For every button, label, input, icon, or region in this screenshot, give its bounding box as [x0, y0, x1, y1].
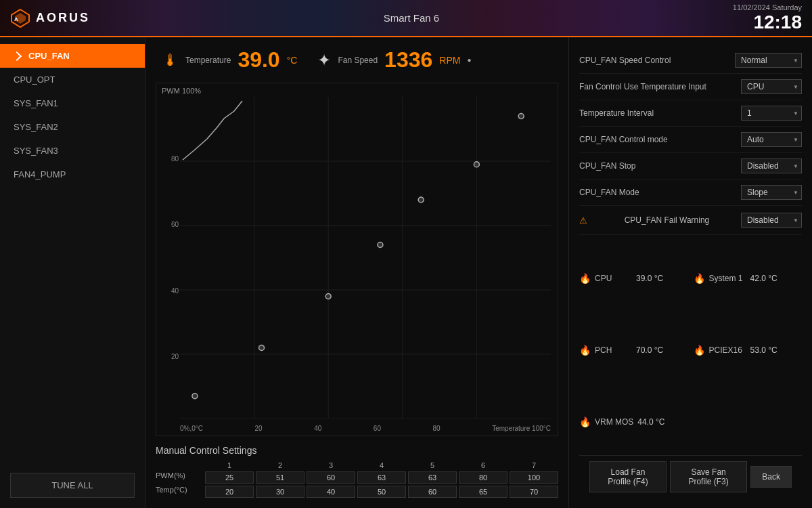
temp-input-4[interactable]: [357, 486, 406, 498]
pciex16-reading-value: 53.0 °C: [750, 345, 777, 355]
x-label-80: 80: [433, 425, 441, 432]
curve-point-6[interactable]: [474, 162, 479, 167]
temperature-section: 🌡 Temperature 39.0 °C: [162, 47, 297, 72]
temp-input-1[interactable]: [205, 486, 254, 498]
temp-input-2[interactable]: [256, 486, 304, 498]
temp-interval-select[interactable]: 123: [741, 106, 802, 121]
pwm-input-6[interactable]: [459, 471, 508, 484]
fail-warning-select-wrapper[interactable]: DisabledEnabled: [741, 213, 802, 228]
pwm-input-7[interactable]: [510, 471, 558, 484]
y-label-60: 60: [160, 221, 179, 228]
fan-curve-chart[interactable]: PWM 100% 80 60 40 20: [156, 83, 558, 436]
chart-y-labels: 80 60 40 20: [160, 97, 179, 419]
sidebar-item-cpu-fan[interactable]: CPU_FAN: [0, 44, 145, 68]
x-label-100: Temperature 100°C: [492, 425, 551, 432]
fan-mode-row: CPU_FAN Mode SlopeStaircase: [579, 179, 802, 206]
sidebar-item-fan4-pump[interactable]: FAN4_PUMP: [0, 163, 145, 186]
control-mode-row: CPU_FAN Control mode AutoManual: [579, 127, 802, 153]
header-title: Smart Fan 6: [384, 12, 440, 24]
curve-point-3[interactable]: [325, 294, 331, 299]
fan-speed-label: Fan Speed: [338, 56, 378, 65]
manual-control: Manual Control Settings 1 2 3 4 5 6 7 PW…: [156, 442, 558, 501]
speed-control-select[interactable]: NormalSilentPerformanceFull Speed: [735, 53, 802, 68]
pch-reading-value: 70.0 °C: [636, 345, 663, 355]
temp-input-3[interactable]: [307, 486, 355, 498]
fan-icon: ✦: [317, 51, 331, 70]
pwm-input-1[interactable]: [205, 471, 254, 484]
pch-temp-reading: 🔥 PCH 70.0 °C: [579, 317, 688, 383]
y-label-20: 20: [160, 353, 179, 360]
manual-header-empty: [156, 461, 203, 469]
curve-point-1[interactable]: [192, 394, 198, 399]
vrmmos-fire-icon: 🔥: [579, 417, 591, 427]
sidebar-item-sys-fan2[interactable]: SYS_FAN2: [0, 115, 145, 139]
y-label-80: 80: [160, 155, 179, 163]
logo-text: AORUS: [36, 11, 90, 25]
chart-svg[interactable]: [180, 97, 551, 419]
vrmmos-reading-value: 44.0 °C: [637, 417, 664, 427]
header-clock: 12:18: [733, 12, 802, 33]
curve-point-2[interactable]: [259, 345, 265, 351]
pciex16-fire-icon: 🔥: [694, 345, 705, 356]
temp-interval-label: Temperature Interval: [579, 108, 741, 118]
temp-label: Temp(°C): [156, 486, 203, 498]
curve-point-7[interactable]: [518, 114, 524, 119]
pch-reading-name: PCH: [595, 345, 632, 355]
tune-all-button[interactable]: TUNE ALL: [10, 473, 135, 498]
speed-control-select-wrapper[interactable]: NormalSilentPerformanceFull Speed: [735, 53, 802, 68]
x-label-40: 40: [314, 425, 321, 432]
temp-input-select-wrapper[interactable]: CPUSystemPCH: [741, 79, 802, 94]
temp-interval-select-wrapper[interactable]: 123: [741, 106, 802, 121]
col-header-4: 4: [357, 461, 406, 469]
control-mode-select[interactable]: AutoManual: [741, 132, 802, 147]
fan-list: CPU_FANCPU_OPTSYS_FAN1SYS_FAN2SYS_FAN3FA…: [0, 44, 145, 186]
fan-stop-select-wrapper[interactable]: DisabledEnabled: [741, 158, 802, 173]
pciex16-temp-reading: 🔥 PCIEX16 53.0 °C: [694, 317, 803, 383]
header-date: 11/02/2024 Saturday: [733, 3, 802, 12]
temperature-value: 39.0: [238, 47, 279, 72]
x-label-0: 0%,0°C: [180, 425, 203, 432]
back-button[interactable]: Back: [750, 466, 792, 488]
vrmmos-reading-name: VRM MOS: [595, 417, 633, 427]
vrmmos-temp-reading: 🔥 VRM MOS 44.0 °C: [579, 389, 688, 455]
logo: A AORUS: [10, 8, 90, 28]
x-label-20: 20: [255, 425, 263, 432]
fan-mode-select[interactable]: SlopeStaircase: [741, 185, 802, 200]
curve-point-5[interactable]: [418, 197, 424, 203]
col-header-2: 2: [256, 461, 304, 469]
curve-point-4[interactable]: [378, 242, 383, 248]
pwm-input-4[interactable]: [357, 471, 406, 484]
sidebar-item-sys-fan1[interactable]: SYS_FAN1: [0, 91, 145, 115]
sidebar-item-cpu-opt[interactable]: CPU_OPT: [0, 68, 145, 91]
cpu-reading-value: 39.0 °C: [636, 274, 663, 283]
fail-warning-select[interactable]: DisabledEnabled: [741, 213, 802, 228]
fan-mode-label: CPU_FAN Mode: [579, 188, 741, 197]
fan-stop-select[interactable]: DisabledEnabled: [741, 158, 802, 173]
rpm-value: 1336: [384, 47, 432, 72]
pwm-input-2[interactable]: [256, 471, 304, 484]
rpm-dot: ●: [467, 56, 471, 64]
temp-input-select[interactable]: CPUSystemPCH: [741, 79, 802, 94]
sidebar-item-sys-fan3[interactable]: SYS_FAN3: [0, 139, 145, 163]
pwm-input-3[interactable]: [307, 471, 355, 484]
pciex16-reading-name: PCIEX16: [709, 345, 746, 355]
center-panel: 🌡 Temperature 39.0 °C ✦ Fan Speed 1336 R…: [145, 37, 568, 508]
temp-input-5[interactable]: [408, 486, 457, 498]
temperature-label: Temperature: [185, 56, 231, 65]
manual-control-title: Manual Control Settings: [156, 445, 558, 456]
pwm-input-5[interactable]: [408, 471, 457, 484]
aorus-logo-icon: A: [10, 8, 30, 28]
fan-stop-row: CPU_FAN Stop DisabledEnabled: [579, 153, 802, 179]
temp-input-6[interactable]: [459, 486, 508, 498]
main-content: CPU_FANCPU_OPTSYS_FAN1SYS_FAN2SYS_FAN3FA…: [0, 37, 812, 508]
save-fan-profile-button[interactable]: Save Fan Profile (F3): [670, 461, 747, 492]
fan-mode-select-wrapper[interactable]: SlopeStaircase: [741, 185, 802, 200]
load-fan-profile-button[interactable]: Load Fan Profile (F4): [589, 461, 667, 492]
col-header-3: 3: [307, 461, 355, 469]
temp-input-7[interactable]: [510, 486, 558, 498]
header-time: 11/02/2024 Saturday 12:18: [733, 3, 802, 33]
col-header-6: 6: [459, 461, 508, 469]
fan-stop-label: CPU_FAN Stop: [579, 161, 741, 171]
col-header-5: 5: [408, 461, 457, 469]
control-mode-select-wrapper[interactable]: AutoManual: [741, 132, 802, 147]
